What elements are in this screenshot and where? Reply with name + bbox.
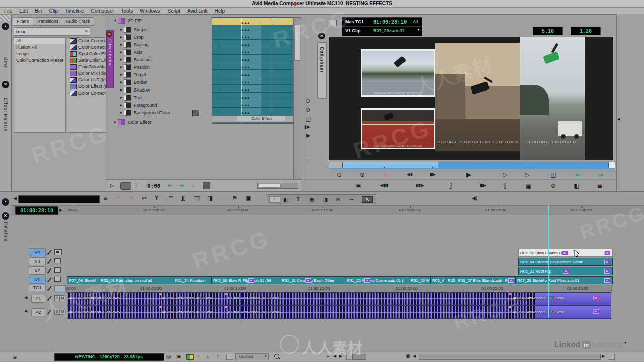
trim-mode-icon[interactable]: ◨ bbox=[207, 195, 213, 201]
keyframe-row[interactable]: ▲▲▲ bbox=[212, 47, 293, 55]
param-toggle-icon[interactable] bbox=[124, 72, 131, 78]
audio-effect-chip-icon[interactable] bbox=[593, 296, 599, 300]
tool-palette-icon[interactable]: Y bbox=[155, 195, 158, 201]
param-toggle-icon[interactable] bbox=[124, 42, 131, 48]
chevron-right-icon[interactable]: ► bbox=[119, 103, 124, 107]
pencil-icon[interactable] bbox=[48, 309, 51, 313]
timeline-ruler[interactable]: 00:00 01:00:05:00 01:00:10:00 01:00:15:0… bbox=[65, 206, 644, 214]
timeline-clip[interactable]: R01_24 Fountain bbox=[173, 276, 214, 284]
timeline-clip[interactable]: R05_57 Bike Stands.sub bbox=[456, 276, 505, 284]
record-icon[interactable]: ◎ bbox=[166, 354, 171, 359]
effect-chip-icon[interactable] bbox=[562, 251, 568, 255]
param-toggle-icon[interactable] bbox=[124, 34, 131, 40]
track-selector-v3[interactable]: V3 bbox=[29, 257, 46, 265]
go-to-out-icon[interactable]: ⇥ bbox=[595, 171, 606, 178]
effect-chip-icon[interactable] bbox=[604, 251, 610, 255]
keyframe-row[interactable]: ▲▲▲ bbox=[212, 25, 293, 32]
overwrite-icon[interactable]: ◫ bbox=[194, 195, 200, 201]
media-folder-icon[interactable] bbox=[186, 354, 194, 360]
no-tool-icon[interactable]: ⊘ bbox=[336, 197, 340, 202]
viewer-frame-icon[interactable]: □ bbox=[306, 158, 309, 163]
chevron-right-icon[interactable]: ► bbox=[119, 28, 124, 31]
hscroll-left-icon[interactable]: ◀ bbox=[413, 354, 416, 358]
tracking-info-box[interactable]: Mas TC1 01:00:28:10 A1 V1 Clip R07_29.su… bbox=[342, 17, 422, 36]
effect-color-effect-row[interactable]: ► Color Effect bbox=[113, 118, 212, 126]
track-selector-v2[interactable]: V2 bbox=[29, 266, 46, 275]
step-forward-icon[interactable]: ▮▶ bbox=[427, 172, 438, 177]
segment-insert-icon[interactable]: ◧ bbox=[283, 197, 288, 202]
zoom-out-icon[interactable]: ⊖ bbox=[334, 171, 345, 178]
chevron-right-icon[interactable]: ► bbox=[119, 50, 124, 54]
effect-editor-hscrollbar[interactable] bbox=[257, 183, 298, 189]
param-toggle-icon[interactable] bbox=[124, 79, 131, 85]
pencil-icon[interactable] bbox=[48, 268, 51, 272]
position-bar-handle[interactable] bbox=[329, 162, 343, 168]
timeline-hscrollbar[interactable] bbox=[419, 354, 601, 360]
tab-audio-track[interactable]: Audio Track bbox=[62, 17, 94, 26]
keyframe-row[interactable]: ▲▲▲ bbox=[212, 108, 293, 115]
pencil-icon[interactable] bbox=[48, 259, 51, 263]
play-outline-icon[interactable]: ▷ bbox=[500, 171, 511, 178]
down-arrow-icon[interactable]: ↓ bbox=[206, 353, 209, 359]
effect-mode-icon[interactable] bbox=[329, 20, 337, 26]
timeline-clip[interactable]: R01_56 W bbox=[409, 276, 433, 284]
scroll-down-icon[interactable]: ↓ bbox=[295, 174, 297, 178]
chevron-right-icon[interactable]: ► bbox=[119, 43, 124, 46]
param-background-color[interactable]: ►Background Color bbox=[113, 109, 218, 116]
chevron-right-icon[interactable]: ► bbox=[119, 96, 124, 99]
monitor-icon-v4[interactable] bbox=[54, 249, 62, 255]
timeline-view-select[interactable]: Untitled ▼ bbox=[235, 353, 269, 360]
effect-item[interactable]: Safe Color Limiter bbox=[67, 57, 106, 64]
viewer-play-icon[interactable]: ▶ bbox=[306, 133, 310, 138]
hscroll-end-box[interactable] bbox=[608, 354, 615, 360]
effect-chip-icon[interactable] bbox=[364, 278, 370, 283]
timeline-rail-label[interactable]: Timeline bbox=[3, 221, 8, 242]
timeline-clip[interactable]: R01_25 Around Corner.sub.01 ( bbox=[345, 276, 411, 284]
collapse-icon[interactable]: ◀ bbox=[13, 196, 17, 201]
speaker-icon-a1[interactable]: ◀ bbox=[24, 296, 27, 300]
param-position[interactable]: ►Position bbox=[113, 63, 218, 71]
position-bar[interactable] bbox=[329, 162, 615, 169]
param-axis[interactable]: ►Axis bbox=[113, 48, 218, 56]
video-quality-icon[interactable]: ▣ bbox=[246, 195, 251, 201]
keyframe-row[interactable]: ▲▲▲ bbox=[212, 100, 293, 108]
track-selector-a1[interactable]: A1 bbox=[31, 295, 45, 303]
chevron-right-icon[interactable]: ► bbox=[119, 111, 124, 114]
effect-chip-icon[interactable] bbox=[248, 278, 254, 283]
keyframe-row[interactable]: ▲▲▲ bbox=[212, 55, 293, 62]
tracking-menu-icon[interactable]: ▼ bbox=[417, 28, 420, 31]
undo-icon[interactable]: ↶ bbox=[116, 195, 121, 201]
effect-chip-icon[interactable] bbox=[604, 260, 610, 264]
blank-toggle[interactable] bbox=[226, 354, 233, 360]
menu-file[interactable]: File bbox=[4, 8, 12, 14]
chevron-right-icon[interactable]: ► bbox=[119, 80, 124, 84]
effect-item[interactable]: Color LUT (Image) bbox=[67, 77, 106, 83]
play-loop-icon[interactable]: ▷ bbox=[110, 183, 114, 188]
param-shape[interactable]: ►Shape bbox=[113, 26, 218, 33]
effect-chip-icon[interactable] bbox=[305, 278, 311, 283]
play-in-out-icon[interactable]: ▷ bbox=[522, 171, 533, 178]
remove-effect-icon[interactable]: ◧ bbox=[571, 182, 582, 189]
text-tool-icon[interactable]: T bbox=[296, 196, 300, 202]
param-toggle-icon[interactable] bbox=[124, 64, 131, 70]
scroll-menu-icon[interactable]: ▼ bbox=[326, 355, 330, 358]
add-keyframe-icon[interactable]: ▲ bbox=[380, 171, 391, 177]
tab-transitions[interactable]: Transitions bbox=[33, 17, 63, 26]
timeline-title-bar[interactable] bbox=[18, 195, 100, 203]
scroll-right-icon[interactable]: ▶ bbox=[339, 354, 342, 358]
go-to-in-icon[interactable]: ⇤ bbox=[168, 183, 172, 188]
clear-marks-icon[interactable]: ⊘ bbox=[548, 182, 559, 189]
background-color-swatch[interactable] bbox=[192, 110, 199, 116]
keyframe-row[interactable]: ▲▲▲ bbox=[212, 93, 293, 100]
track-selector-v4[interactable]: V4 bbox=[29, 248, 46, 256]
kf-playhead-right[interactable] bbox=[261, 18, 261, 123]
timeline-clip[interactable]: R01_31 Crossing Each Other bbox=[280, 276, 347, 284]
track-selector-tc1[interactable]: TC1 bbox=[29, 285, 46, 291]
track-selector-a2[interactable]: A2 bbox=[31, 308, 45, 316]
pencil-icon[interactable] bbox=[48, 286, 51, 290]
param-crop[interactable]: ►Crop bbox=[113, 33, 218, 41]
effect-palette-rail-label[interactable]: Effect Palette bbox=[3, 98, 8, 131]
monitor-icon[interactable]: ▣ bbox=[176, 354, 181, 359]
mute-button-a1[interactable]: M bbox=[60, 295, 65, 301]
composer-tab[interactable]: Composer bbox=[317, 42, 327, 99]
